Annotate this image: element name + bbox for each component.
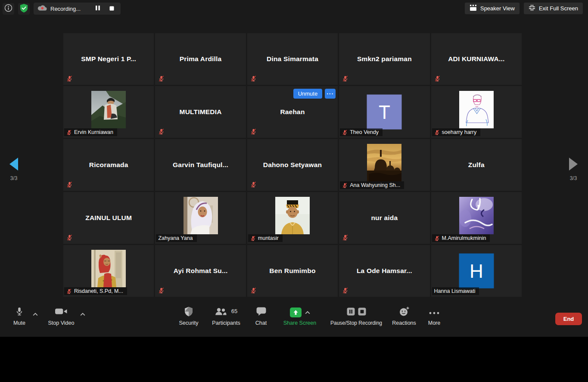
stop-recording-toolbar-icon[interactable] bbox=[358, 307, 366, 317]
security-shield-icon bbox=[184, 307, 193, 318]
avatar: T bbox=[367, 95, 402, 130]
muted-mic-icon bbox=[434, 75, 441, 82]
participant-name: Smkn2 pariaman bbox=[339, 33, 429, 85]
security-label: Security bbox=[179, 320, 198, 326]
muted-mic-icon bbox=[342, 130, 348, 135]
mute-button[interactable]: Mute bbox=[9, 307, 30, 326]
pause-recording-toolbar-icon[interactable] bbox=[347, 307, 355, 317]
reactions-button[interactable]: Reactions bbox=[390, 307, 418, 326]
unmute-more-button[interactable]: ··· bbox=[325, 89, 336, 99]
previous-page-control: 3/3 bbox=[4, 158, 23, 181]
participant-name: ADI KURNIAWA... bbox=[431, 33, 522, 85]
participant-tile[interactable]: RaehanUnmute··· bbox=[247, 86, 338, 138]
pause-recording-button[interactable] bbox=[93, 3, 103, 14]
participant-name: MULTIMEDIA bbox=[155, 86, 246, 138]
chat-button[interactable]: Chat bbox=[252, 307, 271, 326]
pause-stop-recording-button[interactable]: Pause/Stop Recording bbox=[329, 307, 383, 326]
participant-tile[interactable]: Ricoramada bbox=[63, 139, 154, 191]
participant-name-label: Zahyana Yana bbox=[156, 234, 196, 242]
participant-tile[interactable]: ADI KURNIAWA... bbox=[431, 33, 522, 85]
participant-tile[interactable]: Ervin Kurniawan bbox=[63, 86, 154, 138]
participant-name: SMP Negeri 1 P... bbox=[63, 33, 154, 85]
top-bar-left: Recording... bbox=[3, 3, 121, 15]
participant-name-label: Ana Wahyuning Sh... bbox=[340, 181, 404, 189]
participant-photo bbox=[91, 250, 126, 287]
share-screen-button[interactable]: Share Screen bbox=[277, 307, 322, 326]
participant-name: Garvin Taufiqul... bbox=[155, 139, 246, 191]
share-screen-icon bbox=[290, 307, 302, 317]
participant-tile[interactable]: SMP Negeri 1 P... bbox=[63, 33, 154, 85]
participant-name: Risdaneti, S.Pd, M... bbox=[74, 288, 123, 294]
participant-tile[interactable]: Ayi Rohmat Su... bbox=[155, 245, 246, 297]
participant-name: Dina Simarmata bbox=[247, 33, 338, 85]
muted-mic-icon bbox=[66, 289, 72, 294]
recording-status-label: Recording... bbox=[50, 6, 81, 12]
participant-name: Ervin Kurniawan bbox=[74, 129, 113, 135]
participant-tile[interactable]: muntasir bbox=[247, 192, 338, 244]
participant-tile[interactable]: M.Amirulmukminin bbox=[431, 192, 522, 244]
participant-name: Zulfa bbox=[431, 139, 522, 191]
unmute-button[interactable]: Unmute bbox=[293, 89, 323, 99]
participant-tile[interactable]: Garvin Taufiqul... bbox=[155, 139, 246, 191]
participant-tile[interactable]: Risdaneti, S.Pd, M... bbox=[63, 245, 154, 297]
stop-video-label: Stop Video bbox=[48, 320, 75, 326]
participant-tile[interactable]: soeharry harry bbox=[431, 86, 522, 138]
muted-mic-icon bbox=[66, 234, 73, 241]
stop-icon bbox=[109, 6, 114, 12]
end-meeting-button[interactable]: End bbox=[555, 313, 582, 325]
participant-tile[interactable]: Ana Wahyuning Sh... bbox=[339, 139, 429, 191]
muted-mic-icon bbox=[342, 287, 348, 294]
muted-mic-icon bbox=[66, 75, 73, 82]
participant-tile[interactable]: Zahyana Yana bbox=[155, 192, 246, 244]
participants-button[interactable]: 65 Participants bbox=[208, 307, 245, 326]
stop-recording-button[interactable] bbox=[106, 3, 117, 14]
video-options-chevron[interactable] bbox=[80, 310, 85, 318]
participant-tile[interactable]: ZAINUL ULUM bbox=[63, 192, 154, 244]
participant-tile[interactable]: Dina Simarmata bbox=[247, 33, 338, 85]
participant-tile[interactable]: nur aida bbox=[339, 192, 429, 244]
chat-label: Chat bbox=[255, 320, 267, 326]
mute-label: Mute bbox=[13, 320, 25, 326]
participant-photo bbox=[367, 144, 401, 181]
participant-name: Ben Rumimbo bbox=[247, 245, 338, 297]
microphone-icon bbox=[16, 306, 23, 318]
meeting-info-button[interactable] bbox=[3, 3, 14, 15]
stop-video-button[interactable]: Stop Video bbox=[46, 307, 77, 326]
more-dots-icon bbox=[429, 308, 439, 316]
participant-tile[interactable]: Prima Ardilla bbox=[155, 33, 246, 85]
previous-page-arrow-icon[interactable] bbox=[9, 158, 18, 171]
pause-icon bbox=[95, 5, 100, 12]
muted-mic-icon bbox=[250, 236, 256, 241]
exit-full-screen-button[interactable]: Exit Full Screen bbox=[524, 3, 583, 14]
speaker-view-button[interactable]: Speaker View bbox=[465, 3, 520, 14]
next-page-arrow-icon[interactable] bbox=[569, 158, 578, 171]
participant-tile[interactable]: MULTIMEDIA bbox=[155, 86, 246, 138]
participant-tile[interactable]: HHanna Lismawati bbox=[431, 245, 522, 297]
avatar: H bbox=[459, 254, 494, 289]
muted-mic-icon bbox=[66, 130, 72, 135]
top-bar-right: Speaker View Exit Full Screen bbox=[465, 3, 583, 14]
share-screen-label: Share Screen bbox=[283, 320, 316, 326]
participant-name-label: Theo Vendy bbox=[340, 128, 383, 136]
more-button[interactable]: More bbox=[425, 307, 444, 326]
participant-tile[interactable]: TTheo Vendy bbox=[339, 86, 429, 138]
participant-name: Ayi Rohmat Su... bbox=[155, 245, 246, 297]
meeting-toolbar: Mute Stop Video bbox=[0, 303, 588, 337]
mute-options-chevron[interactable] bbox=[33, 310, 38, 318]
exit-full-screen-icon bbox=[529, 4, 535, 12]
participant-tile[interactable]: Smkn2 pariaman bbox=[339, 33, 429, 85]
participant-name-label: Risdaneti, S.Pd, M... bbox=[64, 287, 127, 295]
top-bar: Recording... Speaker Vie bbox=[0, 0, 588, 17]
participant-tile[interactable]: Zulfa bbox=[431, 139, 522, 191]
more-label: More bbox=[428, 320, 440, 326]
participant-tile[interactable]: La Ode Hamsar... bbox=[339, 245, 429, 297]
muted-mic-icon bbox=[250, 128, 257, 135]
participant-tile[interactable]: Ben Rumimbo bbox=[247, 245, 338, 297]
muted-mic-icon bbox=[66, 181, 73, 188]
reactions-label: Reactions bbox=[392, 320, 416, 326]
share-options-chevron[interactable] bbox=[305, 308, 310, 316]
security-button[interactable]: Security bbox=[177, 307, 201, 326]
pause-stop-recording-label: Pause/Stop Recording bbox=[330, 320, 382, 326]
participant-tile[interactable]: Dahono Setyawan bbox=[247, 139, 338, 191]
encryption-badge-button[interactable] bbox=[18, 3, 30, 15]
